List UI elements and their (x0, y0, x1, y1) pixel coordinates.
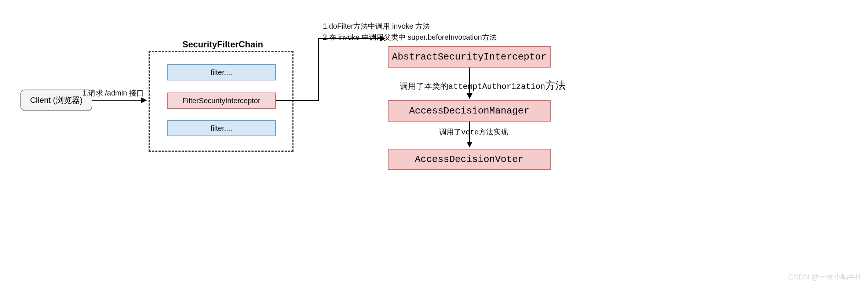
filter-box-top: filter.... (167, 64, 276, 80)
filter-bottom-label: filter.... (211, 124, 232, 133)
filter-top-label: filter.... (211, 68, 232, 77)
call-note-line2: 2.在 invoke 中调用父类中 super.beforeInvocation… (323, 32, 497, 43)
abstract-security-interceptor-label: AbstractSecurityInterceptor (392, 51, 546, 62)
client-box: Client (浏览器) (21, 90, 92, 111)
filter-security-interceptor-box: FilterSecurityInterceptor (167, 93, 276, 109)
access-decision-manager-box: AccessDecisionManager (388, 100, 551, 122)
request-label: 1.请求 /admin 接口 (82, 88, 144, 98)
access-decision-manager-label: AccessDecisionManager (409, 105, 529, 116)
note-attempt-authorization: 调用了本类的attemptAuthorization方法 (400, 79, 566, 93)
client-label: Client (浏览器) (30, 95, 83, 106)
abstract-security-interceptor-box: AbstractSecurityInterceptor (388, 46, 551, 68)
access-decision-voter-box: AccessDecisionVoter (388, 149, 551, 170)
note-vote: 调用了vote方法实现 (439, 127, 508, 137)
call-note-line1: 1.doFilter方法中调用 invoke 方法 (323, 21, 497, 32)
watermark: CSDN @一枚小蜗牛H (788, 272, 861, 282)
filter-security-interceptor-label: FilterSecurityInterceptor (182, 97, 260, 105)
call-notes: 1.doFilter方法中调用 invoke 方法 2.在 invoke 中调用… (323, 21, 497, 43)
access-decision-voter-label: AccessDecisionVoter (415, 154, 524, 165)
filter-box-bottom: filter.... (167, 120, 276, 136)
arrow-client-to-chain (92, 100, 149, 107)
arrow-filter-to-abstract (276, 37, 388, 103)
chain-title: SecurityFilterChain (182, 39, 263, 50)
